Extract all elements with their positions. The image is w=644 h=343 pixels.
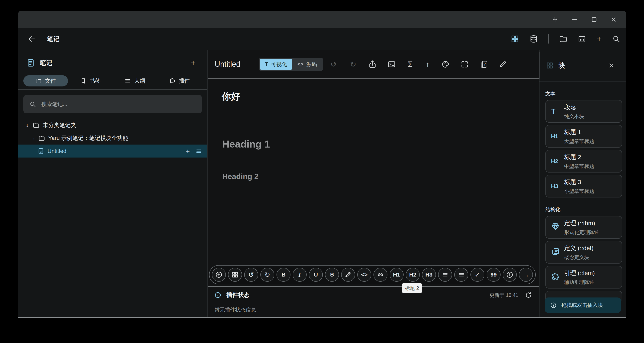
quote-button[interactable]: 99 <box>486 268 500 282</box>
back-button[interactable] <box>28 35 36 43</box>
editor-heading1[interactable]: Heading 1 <box>222 138 270 150</box>
more-tools-button[interactable]: → <box>519 268 533 282</box>
block-card-heading1[interactable]: H1 标题 1 大型章节标题 <box>546 125 622 148</box>
calendar-button[interactable] <box>578 35 586 43</box>
editor-text-hello[interactable]: 你好 <box>222 91 240 103</box>
undo-icon: ↺ <box>330 60 337 69</box>
add-block-button[interactable] <box>212 268 226 282</box>
publish-button[interactable]: ↑ <box>424 60 430 68</box>
chevron-down-icon: ↓ <box>24 122 31 128</box>
block-card-heading2[interactable]: H2 标题 2 中型章节标题 <box>546 150 622 172</box>
link-button[interactable] <box>374 268 388 282</box>
blocks-grid-icon <box>546 62 554 69</box>
tab-bookmarks[interactable]: 书签 <box>68 75 113 87</box>
task-check-button[interactable]: ✓ <box>470 268 484 282</box>
add-note-button[interactable]: + <box>190 59 196 67</box>
tree-note-untitled[interactable]: Untitled + <box>18 145 207 158</box>
block-card-lemma[interactable]: 引理 (::lem) 辅助引理陈述 <box>546 266 622 288</box>
tab-files[interactable]: 文件 <box>23 75 68 87</box>
check-icon: ✓ <box>474 271 480 279</box>
mode-visual-button[interactable]: T 可视化 <box>260 59 292 70</box>
tab-plugins[interactable]: 插件 <box>157 75 202 87</box>
editor-heading2[interactable]: Heading 2 <box>222 172 258 181</box>
fullscreen-button[interactable] <box>460 60 469 69</box>
italic-button[interactable]: I <box>293 268 307 282</box>
bold-icon: B <box>282 271 286 278</box>
help-doc-button[interactable]: ? <box>480 60 488 69</box>
heading2-button[interactable]: H2 <box>406 268 420 282</box>
tab-label: 大纲 <box>134 77 145 85</box>
blocks-panel-header: 块 <box>540 50 626 82</box>
underline-icon: U <box>314 271 318 278</box>
strikethrough-button[interactable]: S <box>325 268 339 282</box>
blocks-view-button[interactable] <box>511 35 519 43</box>
chevron-right-icon: → <box>30 135 36 141</box>
pencil-icon <box>499 60 507 69</box>
search-placeholder: 搜索笔记... <box>41 101 68 108</box>
notes-sidebar: 笔记 + 文件 书签 大纲 <box>18 50 207 317</box>
mode-source-button[interactable]: <> 源码 <box>292 59 322 70</box>
tab-outline[interactable]: 大纲 <box>113 75 158 87</box>
block-card-theorem[interactable]: 定理 (::thm) 形式化定理陈述 <box>546 216 622 239</box>
close-panel-button[interactable] <box>608 62 614 69</box>
terminal-button[interactable] <box>388 60 396 69</box>
refresh-icon <box>525 292 532 298</box>
folder-icon <box>38 135 45 142</box>
code-button[interactable]: <> <box>357 268 371 282</box>
search-input[interactable]: 搜索笔记... <box>23 95 202 113</box>
theme-button[interactable] <box>441 60 450 69</box>
tree-folder-yaru-sample[interactable]: → Yaru 示例笔记：笔记模块全功能 <box>18 132 207 145</box>
pin-window-button[interactable] <box>551 16 559 24</box>
redo-button[interactable]: ↻ <box>349 60 358 68</box>
database-button[interactable] <box>530 35 538 43</box>
file-tree: ↓ 未分类笔记夹 → Yaru 示例笔记：笔记模块全功能 Untitled + <box>18 119 207 158</box>
bullet-list-button[interactable] <box>438 268 452 282</box>
heading1-button[interactable]: H1 <box>390 268 404 282</box>
app-window: 笔记 + <box>18 11 626 318</box>
plugin-status-title: 插件状态 <box>226 291 250 299</box>
outline-list-icon <box>124 78 131 84</box>
quote-icon: 99 <box>490 271 496 278</box>
ordered-list-button[interactable] <box>454 268 468 282</box>
search-button[interactable] <box>612 35 620 43</box>
block-card-heading3[interactable]: H3 标题 3 小型章节标题 <box>546 175 622 197</box>
plugin-status-empty-text: 暂无插件状态信息 <box>208 306 539 313</box>
editor-toolbar: ↺ ↻ Σ ↑ <box>329 60 507 69</box>
callout-button[interactable] <box>503 268 517 282</box>
new-note-button[interactable]: + <box>596 35 602 43</box>
row-menu-button[interactable] <box>196 148 202 154</box>
italic-icon: I <box>298 271 301 278</box>
row-add-button[interactable]: + <box>186 148 190 155</box>
bookmark-icon <box>80 78 86 84</box>
refresh-button[interactable] <box>525 292 532 298</box>
underline-button[interactable]: U <box>309 268 323 282</box>
highlight-button[interactable] <box>341 268 355 282</box>
tree-folder-uncategorized[interactable]: ↓ 未分类笔记夹 <box>18 119 207 132</box>
block-card-definition[interactable]: 定义 (::def) 概念定义块 <box>546 241 622 263</box>
editor-header: Untitled T 可视化 <> 源码 ↺ ↻ <box>208 50 539 79</box>
share-button[interactable] <box>368 60 377 69</box>
h2-icon: H2 <box>551 158 564 165</box>
folder-icon <box>559 35 568 43</box>
desktop-background: 笔记 + <box>0 0 644 343</box>
blocks-panel: 块 文本 T 段落 纯文本块 H1 <box>540 50 626 317</box>
mode-label: 源码 <box>306 61 317 68</box>
block-card-paragraph[interactable]: T 段落 纯文本块 <box>546 100 622 123</box>
minimize-button[interactable] <box>570 16 578 24</box>
blocks-button[interactable] <box>228 268 242 282</box>
undo-button[interactable]: ↺ <box>244 268 258 282</box>
undo-button[interactable]: ↺ <box>329 60 338 68</box>
maximize-button[interactable] <box>590 16 598 24</box>
redo-button[interactable]: ↻ <box>260 268 274 282</box>
math-button[interactable]: Σ <box>406 60 414 68</box>
bold-button[interactable]: B <box>276 268 290 282</box>
block-desc: 小型章节标题 <box>564 188 594 194</box>
plus-icon: + <box>596 35 602 43</box>
heading3-button[interactable]: H3 <box>422 268 436 282</box>
edit-button[interactable] <box>499 60 507 69</box>
plugin-status-meta: 更新于 16:41 <box>490 292 532 298</box>
folder-button[interactable] <box>559 35 568 43</box>
close-button[interactable] <box>610 16 618 24</box>
puzzle-icon <box>169 78 176 84</box>
search-icon <box>29 101 36 108</box>
